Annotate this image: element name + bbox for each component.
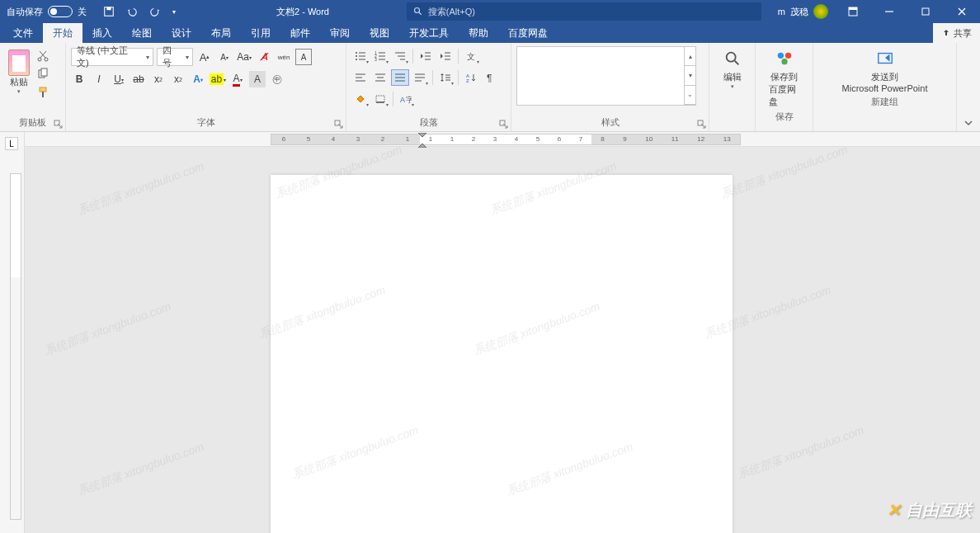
save-icon[interactable] <box>103 6 115 17</box>
align-center-button[interactable] <box>371 69 389 86</box>
tab-help[interactable]: 帮助 <box>459 23 498 43</box>
powerpoint-icon <box>876 50 894 68</box>
search-box[interactable]: 搜索(Alt+Q) <box>407 2 761 21</box>
bullets-button[interactable] <box>351 48 370 64</box>
shrink-font-button[interactable]: A▾ <box>216 49 233 65</box>
maximize-button[interactable] <box>907 0 944 23</box>
group-styles: ▴ ▾ ⌄ 样式 <box>511 43 709 131</box>
undo-icon[interactable] <box>126 6 138 17</box>
svg-rect-7 <box>922 8 929 15</box>
user-account[interactable]: m 茂稳 <box>771 4 835 19</box>
bold-button[interactable]: B <box>71 71 87 87</box>
tab-draw[interactable]: 绘图 <box>122 23 162 43</box>
strikethrough-button[interactable]: ab <box>130 71 147 87</box>
tab-home[interactable]: 开始 <box>43 23 82 43</box>
send-to-ppt-button[interactable]: 发送到 Microsoft PowerPoint <box>818 46 951 93</box>
save-group-label: 保存 <box>761 108 808 125</box>
cut-icon[interactable] <box>36 50 49 63</box>
subscript-button[interactable]: x2 <box>150 71 167 87</box>
document-page[interactable] <box>271 175 733 533</box>
horizontal-ruler[interactable]: 6 5 4 3 2 1 1 1 2 3 4 5 6 7 <box>25 132 980 147</box>
close-button[interactable] <box>944 0 980 23</box>
align-justify-button[interactable] <box>391 69 409 86</box>
corner-logo: ✕ 自由互联 <box>887 499 972 521</box>
paragraph-label: 段落 <box>351 114 506 131</box>
toggle-switch-icon <box>48 6 73 17</box>
tab-mailings[interactable]: 邮件 <box>280 23 320 43</box>
text-effect-button[interactable]: A▾ <box>190 71 206 87</box>
group-editing: 编辑 ▾ <box>709 43 756 131</box>
multilevel-button[interactable] <box>391 48 409 64</box>
svg-rect-15 <box>41 68 47 76</box>
svg-rect-61 <box>376 96 384 102</box>
tab-references[interactable]: 引用 <box>241 23 280 43</box>
svg-text:3: 3 <box>375 57 377 61</box>
numbering-button[interactable]: 123 <box>371 48 389 64</box>
paragraph-launcher-icon[interactable] <box>499 120 509 130</box>
search-icon <box>413 7 423 17</box>
clipboard-launcher-icon[interactable] <box>54 120 64 130</box>
tab-design[interactable]: 设计 <box>162 23 201 43</box>
tab-file[interactable]: 文件 <box>3 23 43 43</box>
underline-button[interactable]: U▾ <box>111 71 127 87</box>
autosave-toggle[interactable]: 自动保存 关 <box>0 6 93 18</box>
char-shading-button[interactable]: A <box>249 71 266 87</box>
align-distribute-button[interactable] <box>411 69 429 86</box>
tab-review[interactable]: 审阅 <box>320 23 360 43</box>
tab-selector[interactable]: L <box>5 137 18 150</box>
shading-button[interactable] <box>351 91 370 107</box>
tab-layout[interactable]: 布局 <box>201 23 241 43</box>
baidu-disk-icon <box>775 50 794 68</box>
title-bar: 自动保存 关 ▾ 文档2 - Word 搜索(Alt+Q) m 茂稳 <box>0 0 980 23</box>
enclose-char-button[interactable]: ㊥ <box>269 71 285 87</box>
qat-dropdown-icon[interactable]: ▾ <box>172 8 176 16</box>
clear-format-button[interactable]: A̸ <box>256 49 272 65</box>
line-spacing-button[interactable] <box>436 69 455 86</box>
grow-font-button[interactable]: A▴ <box>196 49 213 65</box>
gallery-more-icon[interactable]: ⌄ <box>685 86 695 105</box>
format-painter-icon[interactable] <box>36 86 49 99</box>
text-direction-button[interactable]: 文 <box>462 48 480 64</box>
paste-button[interactable]: 粘贴 ▾ <box>5 46 33 95</box>
svg-point-10 <box>38 58 41 61</box>
show-marks-button[interactable]: ¶ <box>482 69 500 86</box>
tab-insert[interactable]: 插入 <box>82 23 122 43</box>
superscript-button[interactable]: x2 <box>170 71 186 87</box>
gallery-down-icon[interactable]: ▾ <box>685 66 695 85</box>
group-save: 保存到 百度网盘 保存 <box>756 43 813 131</box>
styles-launcher-icon[interactable] <box>697 120 707 130</box>
tab-view[interactable]: 视图 <box>360 23 399 43</box>
font-size-dropdown[interactable]: 四号 <box>157 48 193 66</box>
editing-button[interactable]: 编辑 ▾ <box>714 46 750 90</box>
collapse-ribbon-button[interactable] <box>957 115 980 131</box>
font-color-button[interactable]: A▾ <box>229 71 246 87</box>
share-button[interactable]: 共享 <box>933 23 980 43</box>
asian-layout-button[interactable]: A字 <box>397 91 415 107</box>
italic-button[interactable]: I <box>91 71 107 87</box>
char-border-button[interactable]: A <box>295 49 312 65</box>
minimize-button[interactable] <box>871 0 907 23</box>
copy-icon[interactable] <box>36 68 49 81</box>
change-case-button[interactable]: Aa▾ <box>236 49 252 65</box>
align-left-button[interactable] <box>351 69 370 86</box>
font-label: 字体 <box>71 114 341 131</box>
ribbon-display-button[interactable] <box>835 0 871 23</box>
tab-baidudisk[interactable]: 百度网盘 <box>498 23 558 43</box>
vertical-ruler[interactable]: L <box>0 132 25 533</box>
gallery-up-icon[interactable]: ▴ <box>685 47 695 66</box>
user-name: 茂稳 <box>790 6 808 18</box>
svg-point-67 <box>726 53 735 62</box>
font-launcher-icon[interactable] <box>334 120 344 130</box>
decrease-indent-button[interactable] <box>417 48 435 64</box>
save-baidu-button[interactable]: 保存到 百度网盘 <box>761 46 808 108</box>
tab-developer[interactable]: 开发工具 <box>399 23 459 43</box>
borders-button[interactable] <box>371 91 389 107</box>
increase-indent-button[interactable] <box>436 48 455 64</box>
phonetic-guide-button[interactable]: wén <box>276 49 292 65</box>
baidu-l1: 保存到 <box>770 71 798 83</box>
redo-icon[interactable] <box>149 6 161 17</box>
highlight-button[interactable]: ab▾ <box>210 71 226 87</box>
font-name-dropdown[interactable]: 等线 (中文正文) <box>71 48 153 66</box>
sort-button[interactable]: AZ <box>462 69 480 86</box>
style-gallery[interactable]: ▴ ▾ ⌄ <box>516 46 696 106</box>
